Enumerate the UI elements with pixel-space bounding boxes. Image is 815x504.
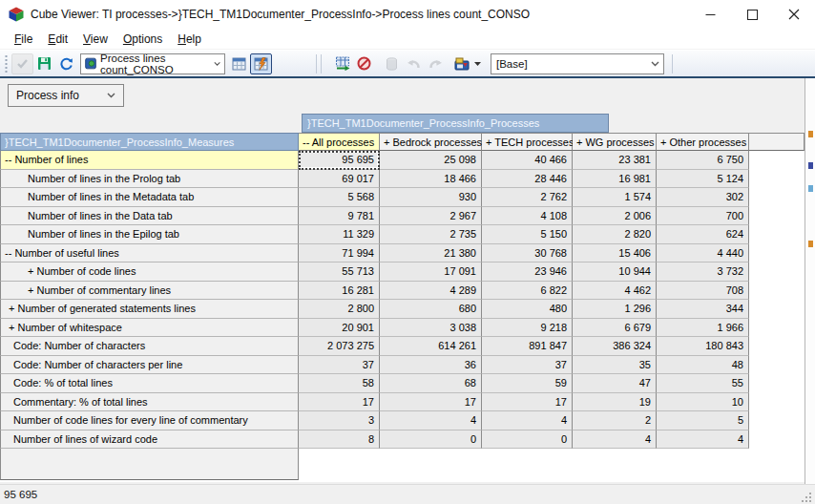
grid-cell[interactable]: 17 — [482, 393, 573, 412]
grid-cell[interactable]: 891 847 — [482, 337, 573, 356]
grid-cell[interactable]: 6 750 — [657, 151, 749, 170]
grid-cell[interactable]: 23 381 — [573, 151, 657, 170]
grid-cell[interactable]: 344 — [657, 300, 749, 319]
row-label[interactable]: Number of lines in the Prolog tab — [0, 170, 299, 189]
grid-cell[interactable]: 2 073 275 — [299, 337, 380, 356]
grid-cell[interactable]: 9 781 — [299, 207, 380, 226]
grid-cell[interactable]: 1 296 — [573, 300, 657, 319]
grid-cell[interactable]: 4 — [657, 430, 749, 450]
close-button[interactable] — [773, 0, 815, 29]
export-dropdown-button[interactable] — [472, 53, 483, 74]
grid-cell[interactable]: 9 218 — [482, 319, 573, 338]
grid-cell[interactable]: 55 713 — [299, 262, 380, 282]
suppress-zeroes-button[interactable] — [353, 53, 375, 74]
grid-cell[interactable]: 302 — [657, 188, 749, 207]
row-label[interactable]: Code: Number of characters per line — [0, 356, 299, 375]
row-label[interactable]: Code: Number of characters — [0, 337, 299, 356]
grid-cell[interactable]: 180 843 — [657, 337, 749, 356]
grid-cell[interactable]: 700 — [657, 207, 749, 226]
sandbox-selector[interactable]: [Base] — [491, 53, 664, 74]
grid-cell[interactable]: 10 944 — [573, 262, 657, 282]
grid-cell[interactable]: 69 017 — [299, 170, 380, 189]
redo-button[interactable] — [425, 53, 447, 74]
title-dimension-selector[interactable]: Process info — [8, 84, 124, 107]
slice-to-excel-button[interactable] — [228, 53, 250, 74]
row-label[interactable]: -- Number of lines — [0, 151, 299, 170]
grid-cell[interactable]: 2 820 — [573, 225, 657, 244]
column-header[interactable]: + WG processes — [573, 133, 657, 151]
grid-cell[interactable]: 1 574 — [573, 188, 657, 207]
row-label[interactable]: Code: % of total lines — [0, 374, 299, 393]
grid-cell[interactable]: 8 — [299, 430, 380, 450]
grid-cell[interactable]: 5 568 — [299, 188, 380, 207]
grid-cell[interactable]: 23 946 — [482, 262, 573, 282]
grid-cell[interactable]: 3 038 — [380, 319, 482, 338]
row-label[interactable]: + Number of generated statements lines — [0, 300, 299, 319]
recalculate-button[interactable] — [55, 53, 77, 74]
grid-cell[interactable]: 930 — [380, 188, 482, 207]
grid-cell[interactable]: 18 466 — [380, 170, 482, 189]
grid-cell[interactable]: 21 380 — [380, 244, 482, 263]
grid-cell[interactable]: 624 — [657, 225, 749, 244]
grid-cell[interactable]: 4 440 — [657, 244, 749, 263]
grid-cell[interactable]: 30 768 — [482, 244, 573, 263]
row-label[interactable]: Number of lines in the Epilog tab — [0, 225, 299, 244]
column-header[interactable]: + TECH processes — [482, 133, 573, 151]
grid-cell[interactable]: 614 261 — [380, 337, 482, 356]
grid-cell[interactable]: 17 091 — [380, 262, 482, 282]
grid-cell[interactable]: 17 — [380, 393, 482, 412]
export-button[interactable] — [450, 53, 472, 74]
column-dimension-header[interactable]: }TECH_TM1Documenter_ProcessInfo_Processe… — [302, 114, 609, 133]
grid-cell[interactable]: 16 981 — [573, 170, 657, 189]
commit-button[interactable] — [11, 53, 33, 74]
toolbar-grip[interactable] — [4, 54, 9, 74]
grid-cell[interactable]: 708 — [657, 282, 749, 301]
grid-cell[interactable]: 4 462 — [573, 282, 657, 301]
grid-cell[interactable]: 16 281 — [299, 282, 380, 301]
view-selector[interactable]: Process lines count_CONSO — [80, 53, 225, 74]
grid-cell[interactable]: 17 — [299, 393, 380, 412]
grid-cell[interactable]: 71 994 — [299, 244, 380, 263]
grid-cell[interactable]: 59 — [482, 374, 573, 393]
row-label[interactable]: Number of lines in the Metadata tab — [0, 188, 299, 207]
grid-cell[interactable]: 47 — [573, 374, 657, 393]
grid-cell[interactable]: 386 324 — [573, 337, 657, 356]
grid-cell[interactable]: 19 — [573, 393, 657, 412]
row-label[interactable]: -- Number of useful lines — [0, 244, 299, 263]
grid-cell[interactable]: 25 098 — [380, 151, 482, 170]
grid-cell[interactable]: 2 — [573, 411, 657, 430]
grid-cell[interactable]: 20 901 — [299, 319, 380, 338]
grid-cell[interactable]: 37 — [482, 356, 573, 375]
grid-cell[interactable]: 6 679 — [573, 319, 657, 338]
row-label[interactable]: Number of code lines for every line of c… — [0, 411, 299, 430]
save-view-button[interactable] — [33, 53, 55, 74]
menu-file[interactable]: File — [7, 30, 40, 49]
grid-cell[interactable]: 68 — [380, 374, 482, 393]
column-header[interactable]: + Other processes — [657, 133, 749, 151]
grid-cell[interactable]: 3 732 — [657, 262, 749, 282]
grid-cell[interactable]: 5 — [657, 411, 749, 430]
row-label[interactable]: + Number of commentary lines — [0, 282, 299, 301]
menu-help[interactable]: Help — [170, 30, 209, 49]
menu-options[interactable]: Options — [115, 30, 170, 49]
active-slice-button[interactable] — [250, 53, 272, 74]
menu-edit[interactable]: Edit — [40, 30, 75, 49]
grid-cell[interactable]: 55 — [657, 374, 749, 393]
row-label[interactable]: + Number of whitespace — [0, 319, 299, 338]
grid-cell[interactable]: 0 — [380, 430, 482, 450]
row-label[interactable]: Number of lines of wizard code — [0, 430, 299, 450]
grid-cell[interactable]: 11 329 — [299, 225, 380, 244]
menu-view[interactable]: View — [75, 30, 115, 49]
grid-cell[interactable]: 0 — [482, 430, 573, 450]
grid-cell[interactable]: 40 466 — [482, 151, 573, 170]
maximize-button[interactable] — [731, 0, 773, 29]
grid-cell[interactable]: 35 — [573, 356, 657, 375]
grid-cell[interactable]: 2 967 — [380, 207, 482, 226]
row-dimension-header[interactable]: }TECH_TM1Documenter_ProcessInfo_Measures — [0, 133, 299, 151]
grid-cell[interactable]: 4 — [380, 411, 482, 430]
grid-cell[interactable]: 3 — [299, 411, 380, 430]
grid-cell[interactable]: 5 150 — [482, 225, 573, 244]
database-button[interactable] — [381, 53, 403, 74]
grid-cell[interactable]: 2 735 — [380, 225, 482, 244]
grid-cell[interactable]: 15 406 — [573, 244, 657, 263]
